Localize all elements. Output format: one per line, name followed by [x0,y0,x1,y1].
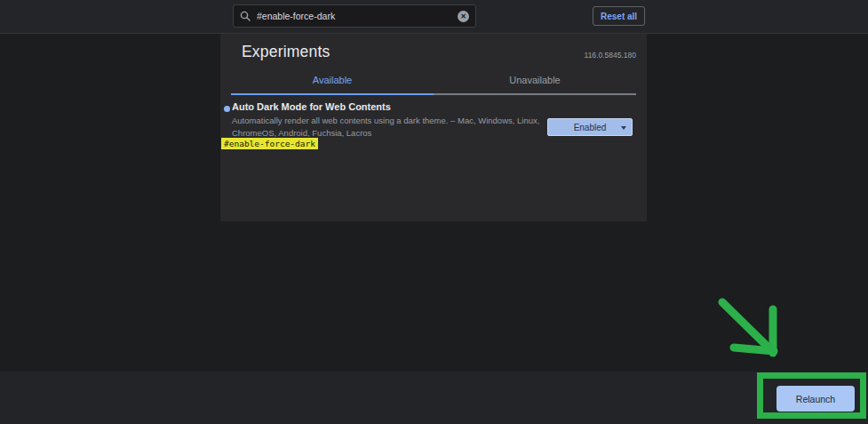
page-title: Experiments [242,43,330,61]
annotation-arrow-icon [706,292,808,367]
search-icon [240,11,251,21]
chrome-version: 116.0.5845.180 [585,51,636,60]
flag-title: Auto Dark Mode for Web Contents [232,101,391,112]
flag-search-input[interactable] [257,11,458,21]
clear-search-icon[interactable]: ✕ [458,11,469,22]
flag-setting-value: Enabled [574,123,607,132]
chevron-down-icon [621,126,626,130]
reset-all-button[interactable]: Reset all [593,6,645,26]
flag-permalink-tag[interactable]: #enable-force-dark [221,138,318,149]
relaunch-bar: Your changes will take effect the next t… [0,372,868,424]
tab-available-label: Available [313,75,352,85]
flag-description: Automatically render all web contents us… [232,115,547,139]
flag-setting-select[interactable]: Enabled [547,118,633,136]
experiments-panel: Experiments 116.0.5845.180 Available Una… [220,34,647,221]
flag-match-dot-icon [224,106,230,112]
tab-unavailable[interactable]: Unavailable [434,75,636,95]
relaunch-button[interactable]: Relaunch [776,386,855,412]
chrome-flags-page: ✕ Reset all Experiments 116.0.5845.180 A… [0,0,868,424]
flags-toolbar: ✕ Reset all [0,0,868,34]
tab-unavailable-label: Unavailable [509,75,560,85]
flag-search-box[interactable]: ✕ [233,4,476,28]
tab-available[interactable]: Available [231,75,434,95]
